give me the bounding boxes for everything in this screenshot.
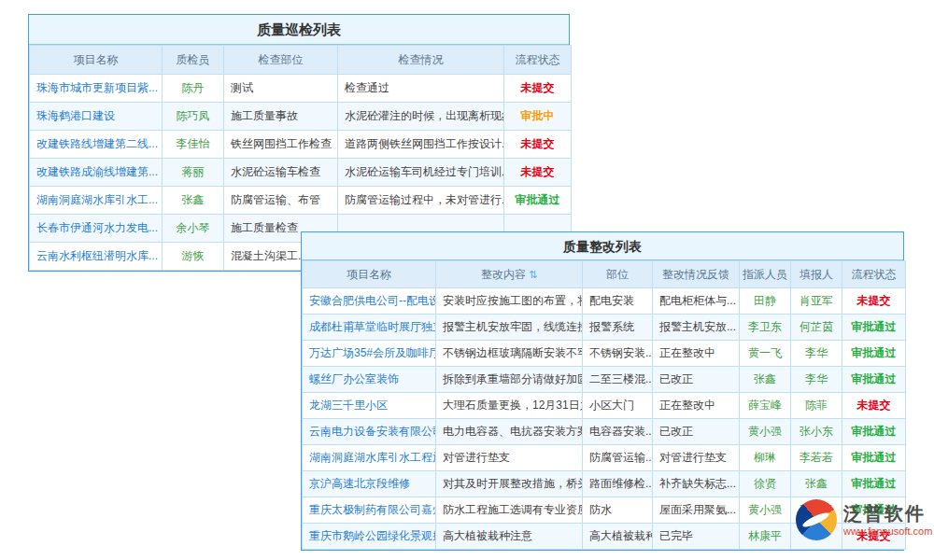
- text-cell: 大理石质量更换，12月31日之...: [436, 393, 583, 419]
- person-name-cell: 陈巧凤: [163, 103, 224, 131]
- person-name-cell: 李佳怡: [163, 131, 224, 159]
- person-name-cell: 黄小强: [740, 419, 791, 445]
- table-row: 改建铁路线增建第二线...李佳怡铁丝网围挡工作检查道路两侧铁丝网围挡工作按设计.…: [30, 131, 572, 159]
- text-cell: 正在整改中: [653, 393, 740, 419]
- inspection-list-title: 质量巡检列表: [29, 15, 569, 45]
- fanpusoft-logo-text: 泛普软件 www.fanpusoft.com: [843, 502, 932, 539]
- person-name-cell: 李若若: [791, 445, 842, 471]
- text-cell: 高大植被栽种: [583, 524, 653, 550]
- person-name-cell: 柳琳: [740, 445, 791, 471]
- rectification-list-title: 质量整改列表: [302, 232, 903, 260]
- table-row: 成都杜甫草堂临时展厅独立展...报警主机安放牢固，线缆连接...报警系统报警主机…: [303, 315, 906, 341]
- person-name-cell: 何芷茵: [791, 315, 842, 341]
- project-name-link[interactable]: 珠海市城市更新项目紫...: [30, 75, 163, 103]
- person-name-cell: 林康平: [740, 524, 791, 550]
- person-name-cell: 张小东: [791, 419, 842, 445]
- fanpusoft-logo: 泛普软件 www.fanpusoft.com: [796, 499, 932, 540]
- project-name-link[interactable]: 重庆太极制药有限公司嘉州中...: [303, 497, 436, 524]
- text-cell: 防水: [583, 497, 653, 524]
- column-header: 项目名称: [30, 46, 163, 75]
- project-name-link[interactable]: 螺丝厂办公室装饰: [303, 367, 436, 393]
- status-cell: 审批通过: [842, 445, 906, 471]
- text-cell: 对管进行垫支: [436, 445, 583, 471]
- project-name-link[interactable]: 安徽合肥供电公司--配电设备...: [303, 288, 436, 315]
- status-cell: 审批中: [504, 103, 572, 131]
- text-cell: 防腐管运输、布管: [224, 187, 338, 215]
- project-name-link[interactable]: 改建铁路成渝线增建第...: [30, 159, 163, 187]
- person-name-cell: 黄小强: [740, 497, 791, 524]
- table-row: 湖南洞庭湖水库引水工...张鑫防腐管运输、布管防腐管运输过程中，未对管进行...…: [30, 187, 572, 215]
- text-cell: 屋面采用聚氨...: [653, 497, 740, 524]
- column-header: 流程状态: [504, 46, 572, 75]
- column-header: 指派人员: [740, 261, 791, 288]
- person-name-cell: 黄一飞: [740, 341, 791, 367]
- text-cell: 已改正: [653, 367, 740, 393]
- fanpusoft-circle-icon: [796, 499, 837, 540]
- person-name-cell: 蒋丽: [163, 159, 224, 187]
- column-header: 流程状态: [842, 261, 906, 288]
- text-cell: 对其及时开展整改措施，桥头...: [436, 471, 583, 497]
- text-cell: 水泥砼运输车司机经过专门培训...: [338, 159, 504, 187]
- project-name-link[interactable]: 湖南洞庭湖水库引水工程施工...: [303, 445, 436, 471]
- person-name-cell: 肖亚军: [791, 288, 842, 315]
- project-name-link[interactable]: 龙湖三千里小区: [303, 393, 436, 419]
- status-cell: 未提交: [504, 159, 572, 187]
- project-name-link[interactable]: 珠海鹤港口建设: [30, 103, 163, 131]
- column-header[interactable]: 整改内容⇅: [436, 261, 583, 288]
- table-row: 安徽合肥供电公司--配电设备...安装时应按施工图的布置，将...配电安装配电柜…: [303, 288, 906, 315]
- project-name-link[interactable]: 长春市伊通河水力发电...: [30, 215, 163, 243]
- text-cell: 高大植被栽种注意: [436, 524, 583, 550]
- text-cell: 防腐管运输过程中，未对管进行...: [338, 187, 504, 215]
- sort-icon[interactable]: ⇅: [529, 269, 537, 280]
- text-cell: 正在整改中: [653, 341, 740, 367]
- status-cell: 审批通过: [842, 315, 906, 341]
- text-cell: 拆除到承重墙部分请做好加固...: [436, 367, 583, 393]
- person-name-cell: 陈丹: [163, 75, 224, 103]
- project-name-link[interactable]: 改建铁路线增建第二线...: [30, 131, 163, 159]
- person-name-cell: 游恢: [163, 243, 224, 271]
- table-row: 龙湖三千里小区大理石质量更换，12月31日之...小区大门正在整改中薛宝峰陈菲未…: [303, 393, 906, 419]
- project-name-link[interactable]: 重庆市鹅岭公园绿化景观提升...: [303, 524, 436, 550]
- text-cell: 对管进行垫支: [653, 445, 740, 471]
- column-header: 项目名称: [303, 261, 436, 288]
- person-name-cell: 余小琴: [163, 215, 224, 243]
- text-cell: 安装时应按施工图的布置，将...: [436, 288, 583, 315]
- project-name-link[interactable]: 成都杜甫草堂临时展厅独立展...: [303, 315, 436, 341]
- text-cell: 小区大门: [583, 393, 653, 419]
- project-name-link[interactable]: 京沪高速北京段维修: [303, 471, 436, 497]
- text-cell: 路面维修检...: [583, 471, 653, 497]
- person-name-cell: 张鑫: [791, 471, 842, 497]
- text-cell: 铁丝网围挡工作检查: [224, 131, 338, 159]
- person-name-cell: 徐贤: [740, 471, 791, 497]
- table-row: 珠海市城市更新项目紫...陈丹测试检查通过未提交: [30, 75, 572, 103]
- project-name-link[interactable]: 云南电力设备安装有限公司20...: [303, 419, 436, 445]
- status-cell: 未提交: [504, 131, 572, 159]
- column-header: 填报人: [791, 261, 842, 288]
- person-name-cell: 薛宝峰: [740, 393, 791, 419]
- column-header: 整改情况反馈: [653, 261, 740, 288]
- person-name-cell: 李华: [791, 367, 842, 393]
- status-cell: 审批通过: [504, 187, 572, 215]
- text-cell: 二至三楼混...: [583, 367, 653, 393]
- table-row: 改建铁路成渝线增建第...蒋丽水泥砼运输车检查水泥砼运输车司机经过专门培训...…: [30, 159, 572, 187]
- project-name-link[interactable]: 湖南洞庭湖水库引水工...: [30, 187, 163, 215]
- text-cell: 电力电容器、电抗器安装方案...: [436, 419, 583, 445]
- column-header: 质检员: [163, 46, 224, 75]
- text-cell: 检查通过: [338, 75, 504, 103]
- table-row: 京沪高速北京段维修对其及时开展整改措施，桥头...路面维修检...补齐缺失标志.…: [303, 471, 906, 497]
- text-cell: 施工质量事故: [224, 103, 338, 131]
- person-name-cell: 田静: [740, 288, 791, 315]
- column-header: 检查部位: [224, 46, 338, 75]
- text-cell: 已改正: [653, 419, 740, 445]
- status-cell: 审批通过: [842, 341, 906, 367]
- person-name-cell: 张鑫: [163, 187, 224, 215]
- person-name-cell: 李华: [791, 341, 842, 367]
- project-name-link[interactable]: 云南水利枢纽潜明水库...: [30, 243, 163, 271]
- table-row: 云南电力设备安装有限公司20...电力电容器、电抗器安装方案...电容器安装..…: [303, 419, 906, 445]
- project-name-link[interactable]: 万达广场35#会所及咖啡厅空...: [303, 341, 436, 367]
- table-row: 珠海鹤港口建设陈巧凤施工质量事故水泥砼灌注的时候，出现离析现象审批中: [30, 103, 572, 131]
- header-row: 项目名称整改内容⇅部位整改情况反馈指派人员填报人流程状态: [303, 261, 906, 288]
- column-header: 部位: [583, 261, 653, 288]
- status-cell: 未提交: [504, 75, 572, 103]
- text-cell: 防腐管运输...: [583, 445, 653, 471]
